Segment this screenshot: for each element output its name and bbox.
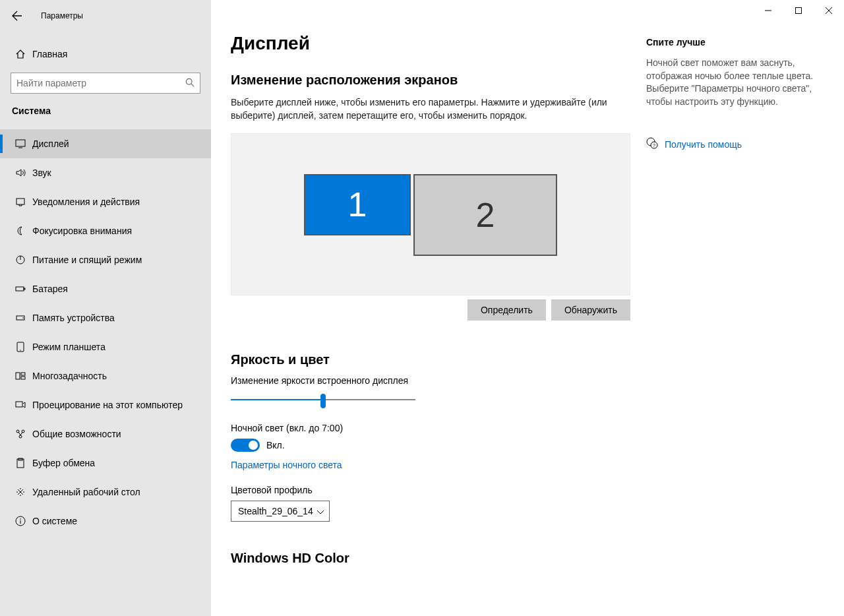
svg-rect-16 — [16, 402, 22, 407]
nav-label: Многозадачность — [32, 371, 107, 381]
svg-rect-26 — [796, 8, 802, 14]
nav-item-power[interactable]: Питание и спящий режим — [0, 245, 211, 274]
arrange-desc: Выберите дисплей ниже, чтобы изменить ег… — [231, 96, 626, 123]
toggle-state: Вкл. — [266, 440, 285, 450]
multitask-icon — [11, 371, 30, 381]
svg-rect-2 — [16, 140, 25, 146]
chevron-down-icon — [317, 506, 324, 516]
nav-list: Дисплей Звук Уведомления и действия Фоку… — [0, 129, 211, 536]
nav-item-clipboard[interactable]: Буфер обмена — [0, 448, 211, 477]
remote-icon — [11, 487, 30, 497]
nav-label: Проецирование на этот компьютер — [32, 400, 183, 410]
nav-item-focus[interactable]: Фокусировка внимания — [0, 216, 211, 245]
svg-rect-13 — [16, 373, 20, 379]
nav-item-sound[interactable]: Звук — [0, 158, 211, 187]
svg-point-10 — [22, 317, 24, 319]
tablet-icon — [11, 342, 30, 352]
slider-fill — [231, 399, 323, 400]
minimize-button[interactable] — [753, 0, 783, 21]
svg-point-12 — [20, 350, 20, 350]
svg-line-1 — [191, 84, 194, 86]
arrange-heading: Изменение расположения экранов — [231, 73, 646, 88]
nav-label: Режим планшета — [32, 342, 106, 352]
arrange-buttons: Определить Обнаружить — [231, 299, 630, 321]
brightness-slider[interactable] — [231, 391, 415, 410]
back-button[interactable] — [8, 7, 26, 25]
night-light-settings-link[interactable]: Параметры ночного света — [231, 460, 342, 470]
nav-label: Общие возможности — [32, 429, 121, 439]
brightness-label: Изменение яркости встроенного дисплея — [231, 375, 646, 386]
nav-item-battery[interactable]: Батарея — [0, 274, 211, 303]
slider-thumb[interactable] — [320, 394, 326, 408]
nav-home[interactable]: Главная — [0, 40, 211, 69]
nav-label: Звук — [32, 168, 51, 178]
clipboard-icon — [11, 458, 30, 468]
nav-label: Буфер обмена — [32, 458, 95, 468]
svg-rect-15 — [21, 377, 25, 379]
main: Дисплей Изменение расположения экранов В… — [211, 0, 844, 616]
nav-item-about[interactable]: О системе — [0, 507, 211, 536]
help-icon: ? — [646, 137, 658, 151]
nav-item-notifications[interactable]: Уведомления и действия — [0, 187, 211, 216]
nav-label: Уведомления и действия — [32, 197, 140, 207]
get-help-link[interactable]: Получить помощь — [665, 139, 742, 150]
monitor-1[interactable]: 1 — [304, 174, 411, 235]
search-input[interactable] — [16, 78, 185, 88]
info-title: Спите лучше — [646, 37, 815, 47]
content: Дисплей Изменение расположения экранов В… — [211, 0, 646, 616]
close-button[interactable] — [814, 0, 844, 21]
nav-label: Удаленный рабочий стол — [32, 487, 140, 497]
svg-text:?: ? — [653, 143, 655, 148]
title-row: Параметры — [0, 5, 211, 26]
nav-item-storage[interactable]: Память устройства — [0, 303, 211, 332]
svg-rect-8 — [24, 288, 25, 290]
home-label: Главная — [32, 49, 67, 59]
speaker-icon — [11, 168, 30, 178]
search-wrap — [11, 73, 200, 94]
nav-item-projecting[interactable]: Проецирование на этот компьютер — [0, 390, 211, 419]
maximize-button[interactable] — [783, 0, 814, 21]
night-light-toggle[interactable] — [231, 439, 260, 452]
nav-item-multitasking[interactable]: Многозадачность — [0, 361, 211, 390]
svg-rect-4 — [16, 199, 24, 204]
detect-button[interactable]: Обнаружить — [551, 299, 630, 321]
color-profile-dropdown[interactable]: Stealth_29_06_14 — [231, 501, 330, 522]
back-arrow-icon — [12, 11, 22, 21]
dropdown-value: Stealth_29_06_14 — [238, 506, 313, 516]
nav-label: Батарея — [32, 284, 68, 294]
battery-icon — [11, 284, 30, 294]
nav-label: О системе — [32, 516, 77, 526]
help-row: ? Получить помощь — [646, 137, 815, 151]
sidebar: Параметры Главная Система Дисплей Звук У… — [0, 0, 211, 616]
info-text: Ночной свет поможет вам заснуть, отображ… — [646, 57, 815, 108]
search-icon — [185, 78, 195, 89]
hd-color-heading: Windows HD Color — [231, 551, 646, 566]
project-icon — [11, 400, 30, 410]
notification-icon — [11, 197, 30, 207]
svg-rect-7 — [16, 287, 24, 291]
identify-button[interactable]: Определить — [467, 299, 546, 321]
home-icon — [11, 49, 30, 59]
nav-label: Фокусировка внимания — [32, 226, 132, 236]
nav-item-tablet[interactable]: Режим планшета — [0, 332, 211, 361]
moon-icon — [11, 226, 30, 236]
nav-label: Дисплей — [32, 139, 69, 149]
svg-point-23 — [20, 518, 21, 520]
nav-item-shared[interactable]: Общие возможности — [0, 419, 211, 448]
monitor-2[interactable]: 2 — [413, 174, 557, 256]
night-light-label: Ночной свет (вкл. до 7:00) — [231, 423, 646, 433]
page-title: Дисплей — [231, 33, 646, 54]
window-controls — [753, 0, 844, 21]
display-arrangement[interactable]: 1 2 — [231, 133, 630, 295]
brightness-heading: Яркость и цвет — [231, 352, 646, 367]
search-box[interactable] — [11, 73, 200, 94]
info-panel: Спите лучше Ночной свет поможет вам засн… — [646, 0, 831, 616]
svg-point-19 — [19, 435, 22, 438]
info-icon — [11, 516, 30, 526]
nav-item-remote[interactable]: Удаленный рабочий стол — [0, 477, 211, 507]
nav-label: Память устройства — [32, 313, 115, 323]
night-light-toggle-row: Вкл. — [231, 439, 646, 452]
nav-item-display[interactable]: Дисплей — [0, 129, 211, 158]
app-title: Параметры — [41, 11, 83, 20]
power-icon — [11, 255, 30, 265]
